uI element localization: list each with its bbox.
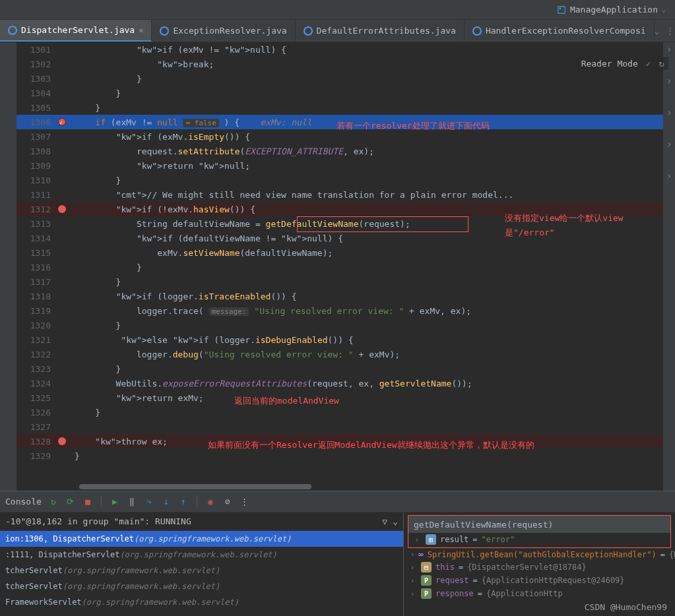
chevron-right-icon[interactable]: › [666,75,672,87]
mute-breakpoints-icon[interactable]: ⊘ [222,497,233,507]
code-line[interactable]: 1323 } [16,361,675,376]
result-row[interactable]: › ⊞ result = "error" [408,533,670,547]
chevron-down-icon: ⌄ [662,6,666,13]
code-text: request.setAttribute(EXCEPTION_ATTRIBUTE… [68,146,374,156]
step-into-icon[interactable]: ↓ [161,497,172,507]
code-line[interactable]: 1311 "cmt">// We might still need view n… [16,187,675,202]
variable-row[interactable]: ›Prequest = {ApplicationHttpRequest@2460… [404,574,675,587]
filter-icon[interactable]: ▽ [382,516,387,526]
code-editor[interactable]: 1301 "kw">if (exMv != "kw">null) { 1302 … [0,42,675,491]
java-class-icon [472,26,482,36]
code-line[interactable]: 1306 if (exMv != null = false ) { exMv: … [16,115,675,129]
code-line[interactable]: 1312 "kw">if (!exMv.hasView()) { [16,202,675,216]
chevron-right-icon[interactable]: › [666,139,672,150]
code-line[interactable]: 1307 "kw">if (exMv.isEmpty()) { [16,129,675,144]
expand-icon[interactable]: › [410,551,414,558]
var-name: SpringUtil.getBean("authGlobalExceptionH… [428,550,657,559]
line-number: 1316 [16,262,56,272]
code-line[interactable]: 1309 "kw">return "kw">null; [16,158,675,173]
play-icon[interactable]: ▶ [110,497,120,507]
code-line[interactable]: 1329 } [16,448,675,463]
step-over-icon[interactable]: ↷ [144,497,154,507]
code-text: "kw">if (exMv != "kw">null) { [68,45,286,55]
resume-icon[interactable]: ⟳ [65,497,76,507]
var-value: {ApplicationHttpRequest@24609} [482,576,625,585]
variable-row[interactable]: ›∞SpringUtil.getBean("authGlobalExceptio… [404,548,675,561]
editor-tab[interactable]: HandlerExceptionResolverComposi [465,20,655,42]
breakpoint-gutter[interactable] [56,437,68,445]
code-line[interactable]: 1315 exMv.setViewName(defaultViewName); [16,245,675,260]
code-line[interactable]: 1321 "kw">else "kw">if (logger.isDebugEn… [16,332,675,347]
tab-kebab-icon[interactable]: ⋮ [666,26,674,36]
variables-panel: getDefaultViewName(request) › ⊞ result =… [404,512,675,616]
code-line[interactable]: 1324 WebUtils.exposeErrorRequestAttribut… [16,376,675,390]
frame-package: (org.springframework.web.servlet) [63,566,220,575]
chevron-right-icon[interactable]: › [666,107,672,119]
code-line[interactable]: 1310 } [16,173,675,187]
code-line[interactable]: 1314 "kw">if (defaultViewName != "kw">nu… [16,231,675,245]
code-line[interactable]: 1320 } [16,318,675,332]
this-icon: ⊟ [421,562,432,572]
code-line[interactable]: 1313 String defaultViewName = getDefault… [16,216,675,231]
stack-frames-list[interactable]: ion:1306, DispatcherServlet (org.springf… [0,531,403,610]
variable-row[interactable]: ›Presponse = {ApplicationHttp [404,587,675,600]
reload-icon[interactable]: ↻ [659,58,664,69]
editor-tab[interactable]: DefaultErrorAttributes.java [296,20,465,42]
code-text: } [68,88,121,98]
expand-icon[interactable]: › [410,577,417,584]
code-line[interactable]: 1325 "kw">return exMv; [16,390,675,405]
code-line[interactable]: 1319 logger.trace( message: "Using resol… [16,303,675,318]
breakpoint-gutter[interactable] [56,205,68,213]
right-tool-rail[interactable]: › › › › › [663,42,675,491]
evaluate-expression-input[interactable]: getDefaultViewName(request) [408,516,670,533]
reader-mode-label[interactable]: Reader Mode [581,59,638,69]
editor-tab[interactable]: DispatcherServlet.java✕ [0,20,152,42]
horizontal-scrollbar[interactable] [79,483,660,491]
stack-frame[interactable]: ion:1306, DispatcherServlet (org.springf… [0,531,403,547]
code-line[interactable]: 1301 "kw">if (exMv != "kw">null) { [16,42,675,57]
code-line[interactable]: 1305 } [16,100,675,115]
breakpoint-gutter[interactable] [56,118,68,126]
chevron-right-icon[interactable]: › [666,170,672,182]
close-icon[interactable]: ✕ [139,26,143,35]
pause-icon[interactable]: ‖ [127,497,137,507]
equals: = [472,535,477,544]
code-line[interactable]: 1317 } [16,274,675,289]
editor-tab[interactable]: ExceptionResolver.java [152,20,295,42]
view-breakpoints-icon[interactable]: ◉ [205,497,216,507]
code-line[interactable]: 1308 request.setAttribute(EXCEPTION_ATTR… [16,144,675,158]
code-line[interactable]: 1326 } [16,405,675,419]
code-line[interactable]: 1318 "kw">if (logger.isTraceEnabled()) { [16,289,675,303]
stack-frame[interactable]: FrameworkServlet (org.springframework.we… [0,594,403,610]
chevron-right-icon[interactable]: › [666,44,672,55]
expand-icon[interactable]: › [415,536,422,543]
code-line[interactable]: 1302 "kw">break; [16,57,675,71]
code-text: } [68,451,80,461]
code-line[interactable]: 1328 "kw">throw ex; [16,434,675,448]
more-icon[interactable]: ⋮ [240,497,250,507]
code-line[interactable]: 1327 [16,419,675,434]
left-tool-rail[interactable] [0,42,15,491]
step-out-icon[interactable]: ↑ [178,497,189,507]
expand-icon[interactable]: › [410,590,417,598]
dropdown-icon[interactable]: ⌄ [393,516,398,526]
code-line[interactable]: 1304 } [16,86,675,100]
eval-expr-text: getDefaultViewName(request) [414,520,553,530]
variable-row[interactable]: ›⊟this = {DispatcherServlet@18784} [404,561,675,574]
tab-overflow-icon[interactable]: ⌄ [655,26,660,36]
var-name: this [435,563,455,572]
code-line[interactable]: 1316 } [16,260,675,274]
analysis-ok-icon[interactable]: ✓ [646,59,651,69]
run-configuration-selector[interactable]: ManageApplication ⌄ [553,3,670,16]
stack-frame[interactable]: :1111, DispatcherServlet (org.springfram… [0,547,403,563]
rerun-icon[interactable]: ↻ [48,497,59,507]
thread-label[interactable]: -10"@18,162 in group "main": RUNNING [5,516,191,526]
stack-frame[interactable]: tcherServlet (org.springframework.web.se… [0,578,403,594]
code-line[interactable]: 1303 } [16,71,675,86]
console-tab[interactable]: Console [5,497,42,507]
stack-frame[interactable]: tcherServlet (org.springframework.web.se… [0,563,403,578]
code-text: if (exMv != null = false ) { exMv: null [68,117,312,127]
stop-icon[interactable]: ■ [82,497,93,507]
code-line[interactable]: 1322 logger.debug("Using resolved error … [16,347,675,361]
expand-icon[interactable]: › [410,564,417,571]
